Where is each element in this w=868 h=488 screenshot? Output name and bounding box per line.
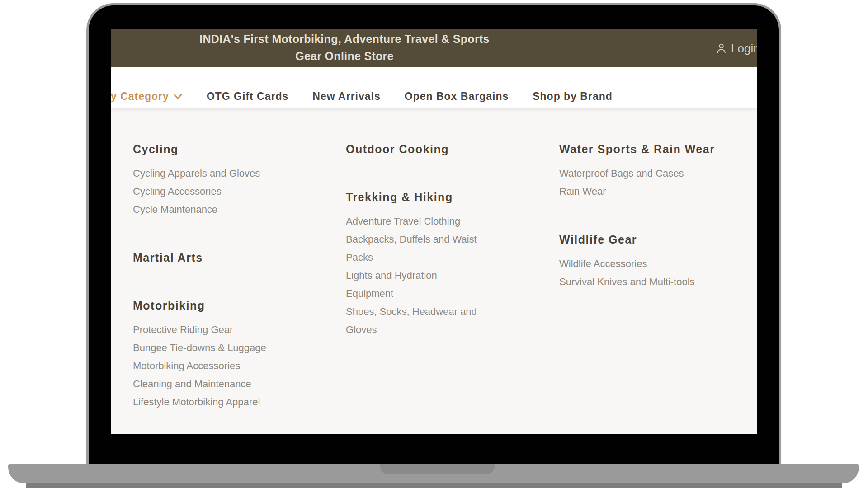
nav-item-label: Shop by Brand xyxy=(533,90,613,102)
chevron-down-icon xyxy=(173,93,183,100)
menu-group-water-sports-rain-wear: Water Sports & Rain WearWaterproof Bags … xyxy=(559,140,754,201)
nav-item-shop-by-brand[interactable]: Shop by Brand xyxy=(533,90,613,102)
menu-column-1: CyclingCycling Apparels and GlovesCyclin… xyxy=(133,140,314,434)
menu-heading[interactable]: Wildlife Gear xyxy=(559,230,754,249)
store-tagline: INDIA's First Motorbiking, Adventure Tra… xyxy=(111,30,578,65)
menu-link[interactable]: Wildlife Accessories xyxy=(559,255,754,273)
category-mega-menu: CyclingCycling Apparels and GlovesCyclin… xyxy=(111,108,757,434)
store-header-bar: INDIA's First Motorbiking, Adventure Tra… xyxy=(111,29,757,67)
menu-column-2: Outdoor CookingTrekking & HikingAdventur… xyxy=(346,140,497,369)
menu-column-3: Water Sports & Rain WearWaterproof Bags … xyxy=(559,140,754,321)
menu-link[interactable]: Cycling Accessories xyxy=(133,183,314,201)
menu-link[interactable]: Motorbiking Accessories xyxy=(133,357,314,375)
store-tagline-line2: Gear Online Store xyxy=(111,47,578,65)
nav-item-label: Open Box Bargains xyxy=(405,90,509,102)
laptop-base xyxy=(8,464,859,483)
menu-heading[interactable]: Trekking & Hiking xyxy=(346,188,497,206)
nav-item-label: OTG Gift Cards xyxy=(207,90,288,102)
nav-item-label: y Category xyxy=(111,90,169,102)
laptop-screen-bezel: INDIA's First Motorbiking, Adventure Tra… xyxy=(86,3,781,464)
laptop-lid-notch xyxy=(380,464,495,474)
browser-screenshot: INDIA's First Motorbiking, Adventure Tra… xyxy=(111,29,757,434)
menu-link[interactable]: Lights and Hydration Equipment xyxy=(346,267,497,303)
nav-item-open-box-bargains[interactable]: Open Box Bargains xyxy=(405,90,509,102)
menu-link[interactable]: Cycling Apparels and Gloves xyxy=(133,164,314,183)
user-icon xyxy=(715,42,727,55)
nav-item-y-category[interactable]: y Category xyxy=(111,90,183,102)
menu-heading[interactable]: Cycling xyxy=(133,140,314,158)
menu-group-martial-arts: Martial Arts xyxy=(133,249,314,267)
menu-group-motorbiking: MotorbikingProtective Riding GearBungee … xyxy=(133,296,314,411)
laptop-base-shadow xyxy=(26,483,842,488)
menu-link[interactable]: Shoes, Socks, Headwear and Gloves xyxy=(346,303,497,339)
menu-link[interactable]: Cleaning and Maintenance xyxy=(133,375,314,393)
menu-group-cycling: CyclingCycling Apparels and GlovesCyclin… xyxy=(133,140,314,219)
login-button[interactable]: Login xyxy=(715,42,757,56)
nav-item-label: New Arrivals xyxy=(312,90,381,102)
menu-heading[interactable]: Outdoor Cooking xyxy=(346,140,497,158)
menu-group-outdoor-cooking: Outdoor Cooking xyxy=(346,140,497,158)
menu-heading[interactable]: Martial Arts xyxy=(133,249,314,267)
menu-link[interactable]: Cycle Maintenance xyxy=(133,201,314,219)
menu-link[interactable]: Adventure Travel Clothing xyxy=(346,212,497,230)
menu-link[interactable]: Backpacks, Duffels and Waist Packs xyxy=(346,230,497,267)
menu-link[interactable]: Rain Wear xyxy=(559,183,754,201)
menu-link[interactable]: Survival Knives and Multi-tools xyxy=(559,273,754,291)
nav-item-otg-gift-cards[interactable]: OTG Gift Cards xyxy=(207,90,288,102)
main-navbar: y CategoryOTG Gift CardsNew ArrivalsOpen… xyxy=(111,67,757,108)
menu-group-wildlife-gear: Wildlife GearWildlife AccessoriesSurviva… xyxy=(559,230,754,291)
menu-link[interactable]: Bungee Tie-downs & Luggage xyxy=(133,339,314,357)
menu-group-trekking-hiking: Trekking & HikingAdventure Travel Clothi… xyxy=(346,188,497,339)
menu-link[interactable]: Lifestyle Motorbiking Apparel xyxy=(133,393,314,411)
menu-heading[interactable]: Water Sports & Rain Wear xyxy=(559,140,754,158)
menu-heading[interactable]: Motorbiking xyxy=(133,296,314,314)
menu-link[interactable]: Waterproof Bags and Cases xyxy=(559,164,754,183)
nav-item-new-arrivals[interactable]: New Arrivals xyxy=(312,90,381,102)
store-tagline-line1: INDIA's First Motorbiking, Adventure Tra… xyxy=(111,30,578,47)
menu-link[interactable]: Protective Riding Gear xyxy=(133,321,314,339)
login-label: Login xyxy=(731,42,757,56)
